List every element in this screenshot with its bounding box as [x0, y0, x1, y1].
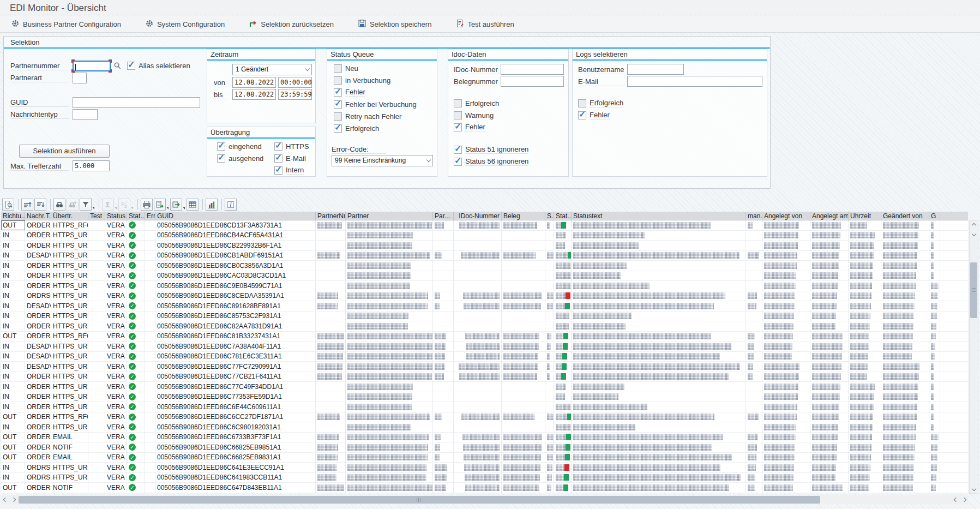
- scroll-right-button[interactable]: [9, 496, 17, 504]
- max-trefferzahl-input[interactable]: 5.000: [73, 160, 110, 171]
- nachrichtentyp-input[interactable]: [73, 109, 98, 120]
- logs-email-input[interactable]: [627, 76, 762, 87]
- export-spreadsheet-icon[interactable]: [154, 199, 166, 211]
- table-row[interactable]: INORDERSHTTPS_URLVERA✓005056B9086D1EED86…: [1, 372, 968, 382]
- column-header-par[interactable]: Par...: [433, 212, 454, 220]
- table-row[interactable]: OUTORDERSHTTPS_RFCVERA✓005056B9086D1EED8…: [1, 220, 968, 231]
- filter-icon[interactable]: [80, 199, 92, 211]
- table-row[interactable]: INORDERSHTTPS_URLVERA✓005056B9086D1EED86…: [1, 231, 968, 241]
- logs-fehler-checkbox[interactable]: Fehler: [578, 111, 610, 119]
- table-row[interactable]: OUTORDERSHTTPS_RFCVERA✓005056B9086D1EED8…: [1, 332, 968, 342]
- table-row[interactable]: INORDERSHTTPS_URLVERA✓005056B9086D1EED86…: [1, 382, 968, 392]
- column-header-man[interactable]: man...: [746, 212, 762, 220]
- column-header-richtung[interactable]: Richtu...: [1, 212, 25, 220]
- horizontal-scroll-track[interactable]: [17, 496, 952, 504]
- system-configuration-button[interactable]: System Configuration: [141, 17, 229, 31]
- scroll-down-button[interactable]: [970, 230, 978, 238]
- idoc-warnung-checkbox[interactable]: Warnung: [454, 111, 494, 119]
- von-time-input[interactable]: 00:00:00: [278, 77, 312, 88]
- table-row[interactable]: INDESADVHTTPS_URLVERA✓005056B9086D1EED86…: [1, 362, 968, 372]
- grid-header[interactable]: Richtu...Nachr.T...Übertr.TestStatusStat…: [1, 212, 968, 220]
- neu-checkbox[interactable]: Neu: [334, 64, 358, 73]
- table-row[interactable]: INORDERSHTTPS_URLVERA✓005056B9086D1EED86…: [1, 392, 968, 403]
- table-row[interactable]: INDESADVHTTPS_URLVERA✓005056B9086D1EED86…: [1, 342, 968, 352]
- table-row[interactable]: INDESADVHTTPS_URLVERA✓005056B9086D1EED86…: [1, 251, 968, 261]
- sum-icon[interactable]: Σ: [102, 199, 114, 211]
- table-row[interactable]: INORDERSHTTPS_URLVERA✓005056B9086D1EED86…: [1, 241, 968, 251]
- logs-erfolgreich-checkbox[interactable]: Erfolgreich: [578, 99, 623, 107]
- table-row[interactable]: INORDERSHTTPS_URLVERA✓005056B9086D1EED86…: [1, 281, 968, 291]
- column-header-idocnr[interactable]: IDoc-Nummer: [454, 212, 502, 220]
- horizontal-scroll-thumb[interactable]: [19, 496, 820, 504]
- sort-ascending-icon[interactable]: [21, 199, 33, 211]
- status-51-ignorieren-checkbox[interactable]: Status 51 ignorieren: [454, 145, 528, 154]
- reset-selection-button[interactable]: Selektion zurücksetzen: [244, 17, 338, 31]
- column-header-guid[interactable]: GUID: [155, 212, 316, 220]
- info-icon[interactable]: i: [225, 199, 237, 211]
- column-header-status[interactable]: Status: [105, 212, 127, 220]
- von-date-input[interactable]: 12.08.2022: [232, 77, 276, 88]
- error-code-dropdown[interactable]: 99 Keine Einschränkung: [332, 155, 433, 166]
- find-icon[interactable]: [53, 199, 65, 211]
- table-row[interactable]: INORDERSHTTPS_URLVERA✓005056B9086D1EED86…: [1, 321, 968, 332]
- column-header-g[interactable]: G: [929, 212, 940, 220]
- table-row[interactable]: INORDERSHTTPS_URLVERA✓005056B9086D1EED86…: [1, 271, 968, 282]
- column-header-geaendertvon[interactable]: Geändert von: [881, 212, 929, 220]
- idoc-nummer-input[interactable]: [501, 64, 564, 75]
- table-row[interactable]: OUTORDERSEMAILVERA✓005056B9086D1EED86C67…: [1, 433, 968, 443]
- table-row[interactable]: INORDRSPHTTPS_URLVERA✓005056B9086D1EED86…: [1, 473, 968, 483]
- https-checkbox[interactable]: HTTPS: [274, 142, 309, 151]
- table-row[interactable]: INORDRSPHTTPS_URLVERA✓005056B9086D1EED86…: [1, 463, 968, 473]
- column-header-nachrtyp[interactable]: Nachr.T...: [25, 212, 51, 220]
- table-row[interactable]: INORDERSHTTPS_URLVERA✓005056B9086D1EED86…: [1, 422, 968, 433]
- table-row[interactable]: OUTORDERSEMAILVERA✓005056B9086D1EED86C66…: [1, 453, 968, 463]
- bis-time-input[interactable]: 23:59:59: [278, 89, 312, 100]
- fehler-bei-verbuchung-checkbox[interactable]: Fehler bei Verbuchung: [334, 100, 417, 109]
- find-next-icon[interactable]: [67, 199, 79, 211]
- scroll-left-button[interactable]: [952, 496, 960, 504]
- column-header-uhrzeit[interactable]: Uhrzeit: [849, 212, 881, 220]
- details-icon[interactable]: [2, 199, 14, 211]
- value-help-button[interactable]: [113, 62, 122, 71]
- column-header-uebertr[interactable]: Übertr.: [51, 212, 88, 220]
- export-local-file-icon[interactable]: [170, 199, 182, 211]
- column-header-s[interactable]: S...: [545, 212, 554, 220]
- erfolgreich-queue-checkbox[interactable]: Erfolgreich: [334, 124, 379, 133]
- table-row[interactable]: INORDERSHTTPS_URLVERA✓005056B9086D1EED86…: [1, 261, 968, 271]
- intern-checkbox[interactable]: Intern: [274, 166, 304, 175]
- benutzername-input[interactable]: [627, 64, 684, 75]
- column-header-angelegtam[interactable]: Angelegt am: [810, 212, 849, 220]
- scroll-down-button[interactable]: [970, 484, 978, 493]
- bis-date-input[interactable]: 12.08.2022: [232, 89, 276, 100]
- execute-selection-button[interactable]: Selektion ausführen: [19, 145, 110, 158]
- table-row[interactable]: INDESADVHTTPS_URLVERA✓005056B9086D1EED86…: [1, 301, 968, 312]
- column-header-beleg[interactable]: Beleg: [502, 212, 545, 220]
- column-header-partnernr[interactable]: PartnerNr: [316, 212, 346, 220]
- run-test-button[interactable]: Test ausführen: [451, 17, 518, 31]
- partnernummer-input[interactable]: [73, 61, 111, 71]
- email-channel-checkbox[interactable]: E-Mail: [274, 154, 306, 163]
- print-icon[interactable]: [141, 199, 153, 211]
- column-header-angelegtvon[interactable]: Angelegt von: [762, 212, 810, 220]
- ausgehend-checkbox[interactable]: ausgehend: [217, 154, 263, 163]
- fehler-checkbox[interactable]: Fehler: [334, 88, 365, 97]
- vertical-scroll-thumb[interactable]: [970, 262, 977, 318]
- eingehend-checkbox[interactable]: eingehend: [217, 142, 262, 151]
- column-header-staticon[interactable]: Stat...: [127, 212, 145, 220]
- idoc-fehler-checkbox[interactable]: Fehler: [454, 123, 485, 131]
- column-header-stat2[interactable]: Stat...: [554, 212, 572, 220]
- belegnummer-input[interactable]: [501, 76, 564, 87]
- in-verbuchung-checkbox[interactable]: in Verbuchung: [334, 76, 390, 85]
- table-row[interactable]: OUTORDERSNOTIFVERA✓005056B9086D1EED86C64…: [1, 483, 968, 493]
- table-row[interactable]: INORDRSPHTTPS_URLVERA✓005056B9086D1EED86…: [1, 291, 968, 302]
- scroll-right-button[interactable]: [960, 496, 968, 504]
- partnerart-input[interactable]: [73, 73, 87, 83]
- column-header-partner[interactable]: Partner: [346, 212, 433, 220]
- retry-nach-fehler-checkbox[interactable]: Retry nach Fehler: [334, 112, 401, 121]
- column-layout-icon[interactable]: [187, 199, 199, 211]
- idoc-erfolgreich-checkbox[interactable]: Erfolgreich: [454, 99, 499, 107]
- alias-selektieren-checkbox[interactable]: Alias selektieren: [127, 61, 190, 70]
- sort-descending-icon[interactable]: [34, 199, 46, 211]
- save-selection-button[interactable]: Selektion speichern: [353, 17, 436, 31]
- column-header-test[interactable]: Test: [88, 212, 105, 220]
